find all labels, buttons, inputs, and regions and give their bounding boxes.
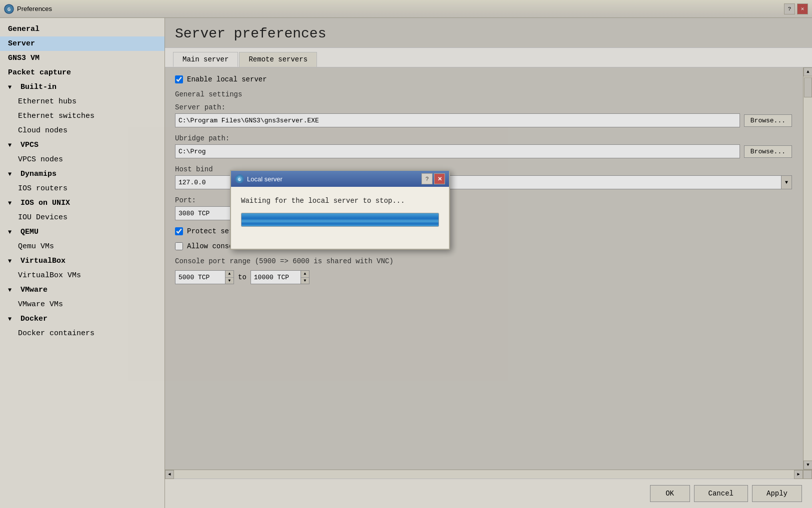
svg-text:G: G: [238, 177, 240, 182]
modal-overlay: G Local server ? ✕ Waiting for the local…: [0, 0, 812, 508]
progress-bar-fill: [242, 213, 438, 226]
modal-icon: G: [235, 174, 244, 183]
modal-close-button[interactable]: ✕: [434, 173, 445, 184]
modal-title-text: Local server: [247, 175, 418, 183]
progress-bar-container: [241, 213, 439, 227]
modal-message: Waiting for the local server to stop...: [241, 197, 439, 205]
modal-content: Waiting for the local server to stop...: [231, 187, 449, 239]
local-server-dialog: G Local server ? ✕ Waiting for the local…: [230, 170, 450, 250]
modal-title-buttons: ? ✕: [422, 173, 445, 184]
modal-help-button[interactable]: ?: [422, 173, 432, 184]
modal-title-bar: G Local server ? ✕: [231, 171, 449, 187]
